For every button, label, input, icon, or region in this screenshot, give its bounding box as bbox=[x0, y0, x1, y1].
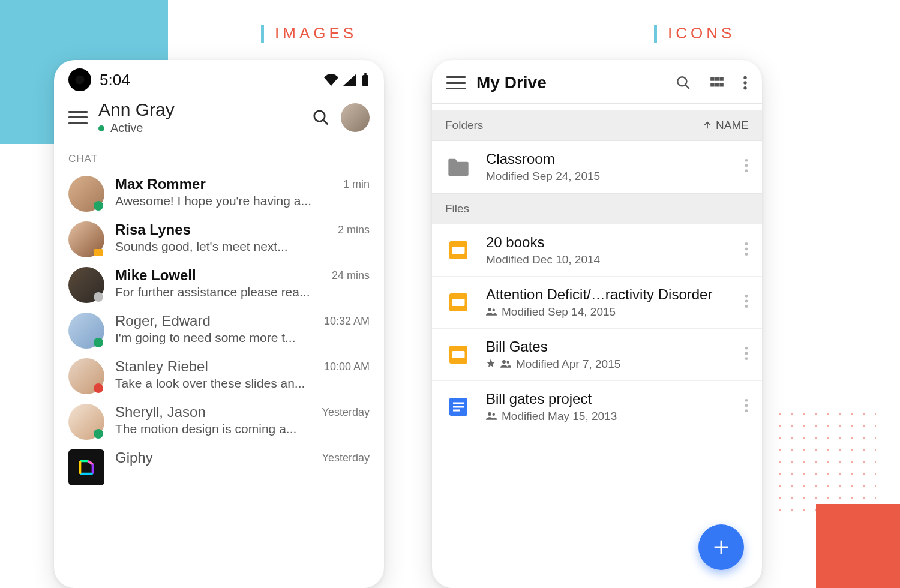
svg-rect-6 bbox=[710, 77, 715, 81]
search-icon[interactable] bbox=[312, 109, 330, 127]
row-more-button[interactable] bbox=[744, 346, 749, 364]
svg-rect-19 bbox=[452, 247, 465, 254]
file-row[interactable]: Bill gates project Modified May 15, 2013 bbox=[432, 381, 762, 433]
chat-preview: Awesome! I hope you're having a... bbox=[115, 194, 332, 208]
label-icons-text: ICONS bbox=[668, 24, 735, 43]
folder-row[interactable]: Classroom Modified Sep 24, 2015 bbox=[432, 141, 762, 193]
chat-list: Max Rommer Awesome! I hope you're having… bbox=[54, 171, 384, 490]
chat-avatar bbox=[68, 221, 104, 257]
slides-file-icon bbox=[445, 341, 472, 368]
svg-point-45 bbox=[745, 409, 748, 412]
file-meta: Modified Dec 10, 2014 bbox=[486, 253, 730, 266]
away-badge-icon bbox=[94, 292, 103, 302]
drive-title: My Drive bbox=[476, 73, 665, 92]
chat-row[interactable]: Mike Lowell For further assistance pleas… bbox=[54, 262, 384, 308]
folder-meta: Modified Sep 24, 2015 bbox=[486, 170, 730, 183]
chat-row[interactable]: Sheryll, Jason The motion design is comi… bbox=[54, 399, 384, 445]
online-badge-icon bbox=[94, 201, 103, 211]
plus-icon bbox=[711, 537, 731, 557]
shared-icon bbox=[486, 305, 497, 319]
chat-time: Yesterday bbox=[322, 404, 370, 419]
row-more-button[interactable] bbox=[744, 398, 749, 416]
chat-time: 10:00 AM bbox=[324, 358, 370, 373]
shared-icon bbox=[486, 410, 497, 423]
chat-time: 1 min bbox=[343, 176, 370, 191]
svg-point-36 bbox=[745, 357, 748, 360]
slides-file-icon bbox=[445, 237, 472, 263]
chat-row[interactable]: Stanley Riebel Take a look over these sl… bbox=[54, 353, 384, 399]
fab-add-button[interactable] bbox=[698, 524, 744, 570]
arrow-up-icon bbox=[703, 121, 712, 130]
folders-section-header: Folders NAME bbox=[432, 110, 762, 141]
sort-button[interactable]: NAME bbox=[703, 119, 749, 132]
file-row[interactable]: Attention Deficit/…ractivity Disorder Mo… bbox=[432, 277, 762, 329]
chat-avatar bbox=[68, 358, 104, 394]
file-name: Bill Gates bbox=[486, 338, 730, 355]
svg-point-33 bbox=[507, 361, 510, 364]
svg-rect-38 bbox=[453, 403, 464, 404]
chat-row[interactable]: Risa Lynes Sounds good, let's meet next.… bbox=[54, 217, 384, 262]
svg-point-41 bbox=[488, 412, 491, 416]
svg-point-16 bbox=[745, 164, 748, 167]
chat-name: Giphy bbox=[115, 449, 311, 466]
doc-file-icon bbox=[445, 394, 472, 420]
chat-header: Ann Gray Active bbox=[54, 95, 384, 141]
menu-icon[interactable] bbox=[68, 111, 88, 124]
file-name: 20 books bbox=[486, 234, 730, 251]
svg-rect-40 bbox=[453, 410, 460, 412]
chat-section-label: CHAT bbox=[54, 141, 384, 171]
svg-point-44 bbox=[745, 404, 748, 407]
signal-icon bbox=[343, 74, 356, 86]
profile-avatar[interactable] bbox=[341, 103, 370, 132]
svg-rect-9 bbox=[710, 83, 715, 87]
files-section-header: Files bbox=[432, 193, 762, 224]
folder-icon bbox=[445, 154, 472, 180]
chat-time: Yesterday bbox=[322, 449, 370, 464]
video-badge-icon bbox=[94, 249, 103, 256]
file-meta: Modified Sep 14, 2015 bbox=[486, 305, 730, 319]
svg-rect-8 bbox=[719, 77, 724, 81]
chat-app-phone: 5:04 Ann Gray Active CHAT Max Rommer Awe… bbox=[54, 60, 384, 588]
chat-row[interactable]: Giphy Yesterday bbox=[54, 445, 384, 490]
row-more-button[interactable] bbox=[744, 158, 749, 176]
svg-point-32 bbox=[502, 360, 506, 364]
label-accent-bar bbox=[654, 25, 657, 43]
svg-rect-7 bbox=[715, 77, 719, 81]
row-more-button[interactable] bbox=[744, 241, 749, 259]
row-more-button[interactable] bbox=[744, 293, 749, 311]
more-icon[interactable] bbox=[743, 75, 748, 91]
svg-point-17 bbox=[745, 169, 748, 172]
chat-row[interactable]: Roger, Edward I'm going to need some mor… bbox=[54, 308, 384, 353]
grid-view-icon[interactable] bbox=[709, 75, 725, 91]
chat-time: 24 mins bbox=[332, 267, 370, 282]
file-row[interactable]: Bill Gates Modified Apr 7, 2015 bbox=[432, 329, 762, 381]
statusbar: 5:04 bbox=[54, 60, 384, 95]
chat-name: Sheryll, Jason bbox=[115, 404, 311, 421]
svg-line-3 bbox=[323, 119, 328, 124]
menu-icon[interactable] bbox=[446, 76, 466, 89]
label-images-text: IMAGES bbox=[275, 24, 357, 43]
svg-point-4 bbox=[677, 77, 686, 86]
star-icon bbox=[486, 358, 496, 371]
chat-preview: Take a look over these slides an... bbox=[115, 376, 313, 391]
svg-rect-24 bbox=[452, 299, 465, 306]
chat-name: Roger, Edward bbox=[115, 313, 313, 329]
chat-preview: I'm going to need some more t... bbox=[115, 331, 313, 345]
svg-point-26 bbox=[493, 309, 496, 312]
file-name: Attention Deficit/…ractivity Disorder bbox=[486, 286, 730, 303]
svg-point-28 bbox=[745, 300, 748, 303]
decoration-dot-pattern bbox=[774, 408, 876, 516]
search-icon[interactable] bbox=[676, 75, 691, 91]
chat-name: Stanley Riebel bbox=[115, 358, 313, 375]
svg-point-12 bbox=[743, 76, 746, 79]
folders-label: Folders bbox=[445, 119, 483, 132]
svg-point-22 bbox=[745, 253, 748, 256]
chat-avatar bbox=[68, 313, 104, 349]
chat-time: 10:32 AM bbox=[324, 313, 370, 328]
svg-point-43 bbox=[745, 399, 748, 402]
svg-point-35 bbox=[745, 352, 748, 355]
file-row[interactable]: 20 books Modified Dec 10, 2014 bbox=[432, 224, 762, 277]
chat-row[interactable]: Max Rommer Awesome! I hope you're having… bbox=[54, 171, 384, 217]
chat-avatar bbox=[68, 404, 104, 440]
folder-list: Classroom Modified Sep 24, 2015 bbox=[432, 141, 762, 193]
